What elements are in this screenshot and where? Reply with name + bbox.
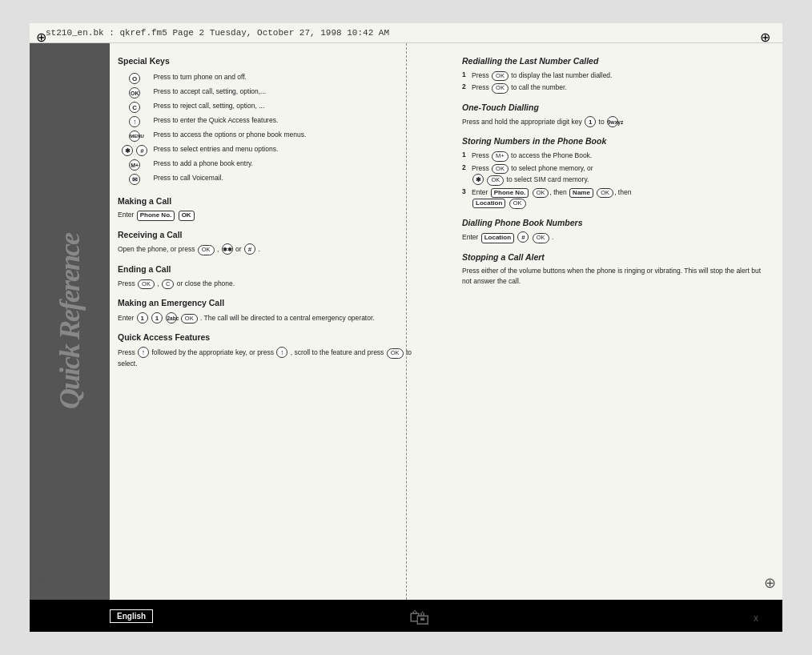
key-voicemail-desc: Press to call Voicemail. bbox=[151, 173, 424, 186]
key-menu-desc: Press to access the options or phone boo… bbox=[151, 130, 424, 143]
page-wrapper: ⊕ ⊕ st210_en.bk : qkref.fm5 Page 2 Tuesd… bbox=[30, 23, 782, 632]
key-9wxyz: 9wxyz bbox=[607, 116, 618, 127]
table-row: M+ Press to add a phone book entry. bbox=[119, 159, 424, 171]
list-item: 2 Press OK to call the number. bbox=[462, 82, 770, 94]
key-name-st: Name bbox=[569, 188, 593, 198]
special-keys-title: Special Keys bbox=[118, 55, 426, 67]
receiving-call-text: Open the phone, or press OK , ✱✱ or # . bbox=[118, 243, 426, 255]
main-content: Quick Reference Special Keys O Press to … bbox=[30, 43, 782, 600]
x-mark: x bbox=[754, 613, 758, 624]
key-ok-making: OK bbox=[179, 211, 195, 220]
making-call-title: Making a Call bbox=[118, 195, 426, 207]
dialling-text: Enter Location # OK . bbox=[462, 231, 770, 243]
quick-reference-title: Quick Reference bbox=[53, 234, 86, 409]
key-ok-desc: Press to accept call, setting, option,..… bbox=[151, 86, 424, 99]
key-location-d: Location bbox=[481, 233, 514, 243]
table-row: ✱ # Press to select entries and menu opt… bbox=[119, 144, 424, 157]
stopping-title: Stopping a Call Alert bbox=[462, 251, 770, 263]
key-voicemail: ✉ bbox=[129, 174, 140, 185]
key-ok-recv: OK bbox=[198, 245, 215, 255]
key-1a: 1 bbox=[137, 312, 148, 323]
table-row: ✉ Press to call Voicemail. bbox=[119, 173, 424, 186]
key-ok-st3a: OK bbox=[533, 188, 549, 199]
one-touch-title: One-Touch Dialling bbox=[462, 102, 770, 114]
key-1-ot: 1 bbox=[585, 116, 596, 127]
receiving-call-title: Receiving a Call bbox=[118, 229, 426, 241]
bag-icon: 🛍 bbox=[409, 605, 430, 630]
press-label: Press bbox=[118, 279, 135, 287]
key-star: ✱ bbox=[122, 145, 133, 156]
table-row: O Press to turn phone on and off. bbox=[119, 72, 424, 85]
key-location-st: Location bbox=[472, 199, 505, 208]
left-content: Special Keys O Press to turn phone on an… bbox=[110, 43, 438, 600]
dialling-title: Dialling Phone Book Numbers bbox=[462, 217, 770, 229]
list-item: 2 Press OK to select phone memory, or ✱ … bbox=[462, 163, 770, 186]
key-up-qa2: ↑ bbox=[276, 347, 287, 358]
language-badge: English bbox=[110, 609, 153, 623]
key-up-qa1: ↑ bbox=[138, 347, 149, 358]
key-star-hash-desc: Press to select entries and menu options… bbox=[151, 144, 424, 157]
ending-call-text: Press OK , C or close the phone. bbox=[118, 279, 426, 290]
key-hash-recv: # bbox=[244, 243, 255, 255]
corner-br: ⊕ bbox=[764, 574, 776, 592]
key-ok-red1: OK bbox=[492, 71, 509, 82]
key-hash: # bbox=[136, 145, 147, 156]
list-item: 1 Press OK to display the last number di… bbox=[462, 70, 770, 82]
key-ok-d: OK bbox=[533, 233, 549, 243]
making-call-text: Enter Phone No. OK bbox=[118, 210, 426, 220]
key-ok-red2: OK bbox=[492, 83, 509, 94]
key-2abc: 2abc bbox=[166, 312, 177, 323]
table-row: C Press to reject call, setting, option,… bbox=[119, 101, 424, 114]
key-ok-st3c: OK bbox=[509, 199, 526, 209]
corner-bl: ⊕ bbox=[36, 574, 48, 592]
storing-title: Storing Numbers in the Phone Book bbox=[462, 135, 770, 147]
key-ok-end: OK bbox=[138, 279, 155, 290]
key-ok-st2b: OK bbox=[487, 175, 504, 186]
key-star-st: ✱ bbox=[472, 174, 484, 185]
divider-vertical bbox=[406, 43, 407, 600]
quick-access-text: Press ↑ followed by the appropriate key,… bbox=[118, 347, 426, 368]
key-menu: MENU bbox=[129, 131, 140, 142]
key-ok-emrg: OK bbox=[181, 314, 198, 324]
table-row: MENU Press to access the options or phon… bbox=[119, 130, 424, 143]
special-keys-table: O Press to turn phone on and off. OK Pre… bbox=[118, 70, 426, 187]
one-touch-text: Press and hold the appropriate digit key… bbox=[462, 116, 770, 127]
key-mplus-st: M+ bbox=[492, 151, 509, 162]
key-ok-qa: OK bbox=[387, 348, 404, 359]
footer-bar: English 🛍 x bbox=[30, 600, 782, 632]
key-phoneno-st: Phone No. bbox=[491, 188, 529, 198]
emergency-text: Enter 1 1 2abc OK . The call will be dir… bbox=[118, 312, 426, 324]
key-mplus: M+ bbox=[129, 159, 140, 171]
list-item: 3 Enter Phone No. OK, then Name OK, then… bbox=[462, 187, 770, 209]
key-up-desc: Press to enter the Quick Access features… bbox=[151, 115, 424, 128]
key-c: C bbox=[129, 102, 140, 113]
key-up: ↑ bbox=[129, 116, 140, 127]
key-0: O bbox=[129, 73, 140, 84]
key-star-recv: ✱✱ bbox=[222, 243, 233, 255]
quick-access-title: Quick Access Features bbox=[118, 332, 426, 344]
key-mplus-desc: Press to add a phone book entry. bbox=[151, 159, 424, 171]
key-ok-st3b: OK bbox=[597, 188, 613, 199]
table-row: ↑ Press to enter the Quick Access featur… bbox=[119, 115, 424, 128]
header-text: st210_en.bk : qkref.fm5 Page 2 Tuesday, … bbox=[46, 28, 389, 38]
header-bar: st210_en.bk : qkref.fm5 Page 2 Tuesday, … bbox=[30, 23, 782, 43]
key-phone-no: Phone No. bbox=[137, 211, 175, 220]
key-hash-d: # bbox=[517, 231, 529, 243]
redialling-title: Redialling the Last Number Called bbox=[462, 55, 770, 67]
table-row: OK Press to accept call, setting, option… bbox=[119, 86, 424, 99]
ending-call-title: Ending a Call bbox=[118, 263, 426, 275]
key-ok: OK bbox=[129, 87, 140, 98]
emergency-title: Making an Emergency Call bbox=[118, 297, 426, 309]
key-1b: 1 bbox=[151, 312, 163, 323]
list-item: 1 Press M+ to access the Phone Book. bbox=[462, 151, 770, 162]
key-ok-st2: OK bbox=[492, 164, 509, 175]
key-0-desc: Press to turn phone on and off. bbox=[151, 72, 424, 85]
key-c-end: C bbox=[162, 279, 174, 290]
left-sidebar: Quick Reference bbox=[30, 43, 110, 600]
stopping-text: Press either of the volume buttons when … bbox=[462, 266, 770, 286]
key-c-desc: Press to reject call, setting, option, .… bbox=[151, 101, 424, 114]
right-content: Redialling the Last Number Called 1 Pres… bbox=[446, 43, 782, 600]
